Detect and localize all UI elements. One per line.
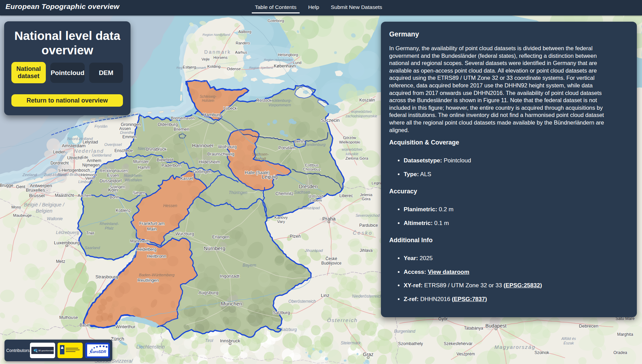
svg-text:Székesfehérvár: Székesfehérvár xyxy=(444,341,472,346)
svg-text:Zielona Góra: Zielona Góra xyxy=(345,156,369,160)
svg-text:Helsingborg: Helsingborg xyxy=(278,53,298,57)
svg-text:Horsens: Horsens xyxy=(214,55,228,60)
svg-text:Brugge: Brugge xyxy=(0,183,13,188)
svg-text:Budapest: Budapest xyxy=(485,323,506,329)
svg-text:Solingen: Solingen xyxy=(110,185,125,189)
svg-text:Gelderland: Gelderland xyxy=(92,153,112,157)
svg-text:Maubeuge: Maubeuge xyxy=(13,213,32,217)
svg-text:Randers: Randers xyxy=(236,41,250,45)
svg-text:Salzburg: Salzburg xyxy=(273,310,290,315)
svg-text:Aalborg: Aalborg xyxy=(238,30,251,34)
svg-text:Vary: Vary xyxy=(277,220,285,224)
svg-text:Rheinland-: Rheinland- xyxy=(100,222,119,226)
svg-text:Mannheim: Mannheim xyxy=(130,239,149,244)
svg-text:Danmark: Danmark xyxy=(204,49,231,55)
svg-text:Leiden: Leiden xyxy=(53,150,65,154)
svg-text:Burgenland: Burgenland xyxy=(394,329,415,334)
svg-text:Mulhouse: Mulhouse xyxy=(59,315,78,320)
svg-text:Tatabánya: Tatabánya xyxy=(464,326,483,331)
svg-text:Belgien: Belgien xyxy=(36,208,52,214)
svg-text:Würzburg: Würzburg xyxy=(175,232,194,236)
svg-text:Mons: Mons xyxy=(11,205,21,209)
svg-text:Oradea: Oradea xyxy=(613,350,627,355)
svg-text:Rostock: Rostock xyxy=(256,98,271,103)
svg-text:Kolding: Kolding xyxy=(207,64,220,68)
svg-text:Vejle: Vejle xyxy=(201,57,210,61)
svg-text:Ede: Ede xyxy=(81,155,88,159)
svg-text:Debrecen: Debrecen xyxy=(579,323,598,329)
svg-text:Szczecin: Szczecin xyxy=(321,118,340,123)
svg-text:Anhalt: Anhalt xyxy=(255,157,266,161)
svg-text:Siegen: Siegen xyxy=(133,191,145,195)
svg-text:Góra: Góra xyxy=(362,197,371,201)
svg-text:Magyarország: Magyarország xyxy=(494,344,535,350)
svg-text:Gent: Gent xyxy=(16,184,25,189)
svg-text:Praha: Praha xyxy=(322,216,336,222)
svg-text:Heidelberg: Heidelberg xyxy=(136,247,156,252)
svg-text:Tirol: Tirol xyxy=(205,338,213,343)
svg-text:Baden-Württemberg: Baden-Württemberg xyxy=(139,273,175,277)
svg-text:Düsseldorf: Düsseldorf xyxy=(100,178,122,183)
svg-text:Berlin: Berlin xyxy=(294,139,305,144)
svg-text:Region Sjælland: Region Sjælland xyxy=(249,66,273,69)
svg-text:Pardubice: Pardubice xyxy=(359,223,378,228)
svg-text:Veszprém: Veszprém xyxy=(456,352,475,356)
svg-text:'s-Hertogenbosch: 's-Hertogenbosch xyxy=(58,168,90,173)
svg-text:Koblenz: Koblenz xyxy=(116,208,131,213)
svg-text:Chemnitz: Chemnitz xyxy=(276,191,294,196)
svg-text:Górzów: Górzów xyxy=(343,136,356,140)
svg-text:województwo: województwo xyxy=(351,110,372,114)
svg-text:Göttingen: Göttingen xyxy=(193,169,211,174)
svg-text:Holstein: Holstein xyxy=(202,99,215,103)
svg-text:Szolnok: Szolnok xyxy=(535,350,550,355)
svg-text:Pfalz: Pfalz xyxy=(105,226,114,230)
svg-text:Nürnberg: Nürnberg xyxy=(204,245,226,251)
svg-text:Koszalin: Koszalin xyxy=(359,98,375,103)
svg-text:Chóśebuz: Chóśebuz xyxy=(303,167,321,171)
svg-text:Heilbronn: Heilbronn xyxy=(147,254,166,259)
svg-text:Reutlingen: Reutlingen xyxy=(137,278,159,283)
svg-text:Potsdam: Potsdam xyxy=(278,146,295,150)
svg-text:Plzeň: Plzeň xyxy=(290,234,300,239)
svg-text:České: České xyxy=(325,256,337,261)
svg-text:Esbjerg: Esbjerg xyxy=(183,65,196,69)
svg-text:Labem: Labem xyxy=(310,198,322,202)
svg-text:Bruxelles -: Bruxelles - xyxy=(26,188,48,193)
svg-text:Brussel: Brussel xyxy=(29,193,44,198)
svg-text:Dresden: Dresden xyxy=(299,184,318,189)
svg-text:Noord-Brabant: Noord-Brabant xyxy=(58,172,84,176)
svg-text:Braunschweig: Braunschweig xyxy=(207,152,235,157)
svg-text:Bayern: Bayern xyxy=(242,263,256,268)
svg-text:Vorpommern: Vorpommern xyxy=(268,103,291,107)
svg-text:Luxembourg: Luxembourg xyxy=(54,240,80,245)
svg-text:Észak: Észak xyxy=(563,341,574,345)
svg-text:Odense: Odense xyxy=(227,67,241,71)
svg-text:Hamm: Hamm xyxy=(138,165,150,170)
svg-text:Innsbruck: Innsbruck xyxy=(220,338,240,343)
svg-text:Bielefeld: Bielefeld xyxy=(157,158,173,162)
svg-text:EuroSDR: EuroSDR xyxy=(90,350,106,354)
svg-text:Bremerhaven: Bremerhaven xyxy=(171,116,195,120)
svg-text:Goteborg: Goteborg xyxy=(268,19,284,23)
svg-text:Hildesheim: Hildesheim xyxy=(199,160,220,164)
svg-text:Severovýchod: Severovýchod xyxy=(355,213,380,217)
svg-text:Bremen: Bremen xyxy=(174,127,189,132)
svg-text:Sachsen: Sachsen xyxy=(294,190,310,195)
svg-text:Linz: Linz xyxy=(321,293,330,298)
svg-text:Česko: Česko xyxy=(353,230,373,236)
svg-text:Region Nordjylland: Region Nordjylland xyxy=(203,33,230,36)
svg-text:Winterthur: Winterthur xyxy=(115,324,135,329)
svg-text:Zeeland: Zeeland xyxy=(22,173,37,177)
svg-text:Ingolstadt: Ingolstadt xyxy=(220,274,240,279)
svg-text:München: München xyxy=(221,301,242,307)
svg-text:Oberösterreich: Oberösterreich xyxy=(288,299,316,304)
svg-text:zachodniopomorskie: zachodniopomorskie xyxy=(345,114,377,118)
svg-text:Hannover: Hannover xyxy=(192,143,214,148)
svg-text:Essen: Essen xyxy=(107,173,119,178)
svg-text:Jihlava: Jihlava xyxy=(360,248,373,253)
svg-text:Utrecht: Utrecht xyxy=(67,155,82,160)
svg-text:Liberec: Liberec xyxy=(339,193,353,198)
svg-text:Brandenburg: Brandenburg xyxy=(303,142,326,147)
svg-text:København: København xyxy=(274,64,296,68)
svg-text:Österreich: Österreich xyxy=(327,317,358,323)
